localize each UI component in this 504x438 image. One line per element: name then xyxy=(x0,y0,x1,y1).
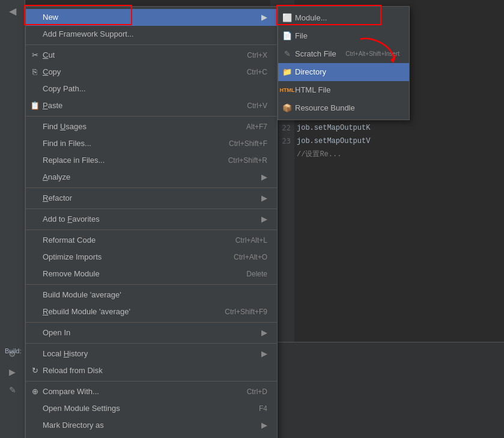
open-in-arrow-icon: ▶ xyxy=(261,326,267,339)
separator-1 xyxy=(26,44,277,45)
scratch-shortcut: Ctrl+Alt+Shift+Insert xyxy=(345,47,399,61)
context-menu: New ▶ Add Framework Support... ✂ Cut Ctr… xyxy=(25,6,278,438)
compare-icon: ⊕ xyxy=(29,385,40,398)
separator-4 xyxy=(26,208,277,209)
menu-label-cut: Cut xyxy=(43,49,55,62)
menu-label-find-usages: Find Usages xyxy=(43,120,87,133)
local-history-arrow-icon: ▶ xyxy=(261,347,267,360)
separator-8 xyxy=(26,343,277,344)
submenu-label-directory: Directory xyxy=(295,65,326,79)
menu-label-remove-bom: Remove BOM xyxy=(43,436,92,438)
submenu-label-html: HTML File xyxy=(295,84,330,97)
scratch-icon: ✎ xyxy=(282,47,293,61)
menu-item-open-in[interactable]: Open In ▶ xyxy=(26,324,277,341)
refactor-arrow-icon: ▶ xyxy=(261,192,267,205)
menu-label-add-favorites: Add to Favorites xyxy=(43,213,100,226)
menu-label-new: New xyxy=(43,11,58,24)
menu-item-refactor[interactable]: Refactor ▶ xyxy=(26,190,277,207)
menu-label-find-in-files: Find in Files... xyxy=(43,137,91,150)
menu-item-reload-from-disk[interactable]: ↻ Reload from Disk xyxy=(26,362,277,379)
submenu-item-module[interactable]: ⬜ Module... xyxy=(278,9,409,27)
menu-label-build-module: Build Module 'average' xyxy=(43,288,121,302)
separator-3 xyxy=(26,187,277,188)
menu-label-optimize-imports: Optimize Imports xyxy=(43,251,102,264)
menu-item-mark-directory[interactable]: Mark Directory as ▶ xyxy=(26,417,277,434)
menu-item-reformat-code[interactable]: Reformat Code Ctrl+Alt+L xyxy=(26,232,277,249)
menu-label-copy: Copy xyxy=(43,65,61,79)
menu-label-refactor: Refactor xyxy=(43,192,72,205)
submenu-label-resource: Resource Bundle xyxy=(295,102,355,115)
submenu-item-resource-bundle[interactable]: 📦 Resource Bundle xyxy=(278,99,409,117)
build-icon-3[interactable]: ✎ xyxy=(5,383,20,397)
cut-shortcut: Ctrl+X xyxy=(247,49,267,62)
build-icon-2[interactable]: ▶ xyxy=(5,365,20,379)
menu-item-copy[interactable]: ⎘ Copy Ctrl+C xyxy=(26,64,277,81)
build-label: Build: xyxy=(5,347,22,354)
menu-item-new[interactable]: New ▶ xyxy=(26,9,277,26)
menu-label-paste: Paste xyxy=(43,99,62,112)
analyze-arrow-icon: ▶ xyxy=(261,171,267,184)
menu-item-build-module[interactable]: Build Module 'average' xyxy=(26,287,277,303)
menu-label-replace-in-files: Replace in Files... xyxy=(43,154,105,167)
add-favorites-arrow-icon: ▶ xyxy=(261,213,267,226)
compare-shortcut: Ctrl+D xyxy=(247,385,267,398)
mark-dir-arrow-icon: ▶ xyxy=(261,419,267,432)
module-icon: ⬜ xyxy=(282,11,293,25)
menu-label-remove-module: Remove Module xyxy=(43,267,100,281)
resource-icon: 📦 xyxy=(282,102,293,115)
left-icon-1[interactable]: ◀ xyxy=(4,2,21,19)
find-usages-shortcut: Alt+F7 xyxy=(246,120,267,133)
submenu-item-scratch-file[interactable]: ✎ Scratch File Ctrl+Alt+Shift+Insert xyxy=(278,45,409,63)
copy-shortcut: Ctrl+C xyxy=(247,65,267,79)
menu-item-find-usages[interactable]: Find Usages Alt+F7 xyxy=(26,118,277,135)
menu-item-find-in-files[interactable]: Find in Files... Ctrl+Shift+F xyxy=(26,135,277,152)
separator-2 xyxy=(26,116,277,117)
menu-item-add-framework[interactable]: Add Framework Support... xyxy=(26,26,277,43)
menu-item-compare-with[interactable]: ⊕ Compare With... Ctrl+D xyxy=(26,383,277,400)
menu-label-rebuild-module: Rebuild Module 'average' xyxy=(43,305,130,318)
build-left-strip: ⚙ ▶ ✎ xyxy=(0,342,25,438)
paste-shortcut: Ctrl+V xyxy=(247,99,267,112)
menu-item-replace-in-files[interactable]: Replace in Files... Ctrl+Shift+R xyxy=(26,152,277,169)
menu-item-paste[interactable]: 📋 Paste Ctrl+V xyxy=(26,97,277,114)
submenu-label-scratch: Scratch File xyxy=(295,47,336,61)
menu-label-copy-path: Copy Path... xyxy=(43,82,86,96)
submenu-item-html-file[interactable]: HTML HTML File xyxy=(278,81,409,99)
menu-item-rebuild-module[interactable]: Rebuild Module 'average' Ctrl+Shift+F9 xyxy=(26,303,277,320)
reload-icon: ↻ xyxy=(29,364,40,377)
menu-item-remove-module[interactable]: Remove Module Delete xyxy=(26,266,277,282)
menu-item-copy-path[interactable]: Copy Path... xyxy=(26,81,277,97)
scissors-icon: ✂ xyxy=(29,49,40,62)
code-line-23: //设置Re... xyxy=(294,148,504,161)
menu-label-reformat-code: Reformat Code xyxy=(43,234,96,247)
menu-item-remove-bom[interactable]: Remove BOM xyxy=(26,434,277,438)
menu-item-cut[interactable]: ✂ Cut Ctrl+X xyxy=(26,47,277,64)
module-settings-shortcut: F4 xyxy=(259,402,267,415)
paste-icon: 📋 xyxy=(29,99,40,112)
menu-label-add-framework: Add Framework Support... xyxy=(43,28,134,41)
menu-label-analyze: Analyze xyxy=(43,171,70,184)
html-icon: HTML xyxy=(282,84,293,97)
replace-shortcut: Ctrl+Shift+R xyxy=(228,154,267,167)
menu-item-local-history[interactable]: Local History ▶ xyxy=(26,345,277,362)
menu-label-open-in: Open In xyxy=(43,326,70,339)
line-num-23: 23 xyxy=(282,135,291,148)
menu-item-analyze[interactable]: Analyze ▶ xyxy=(26,169,277,186)
submenu-label-file: File xyxy=(295,29,308,43)
menu-item-optimize-imports[interactable]: Optimize Imports Ctrl+Alt+O xyxy=(26,249,277,266)
separator-9 xyxy=(26,381,277,382)
copy-icon: ⎘ xyxy=(29,65,40,79)
submenu-item-directory[interactable]: 📁 Directory xyxy=(278,63,409,81)
file-icon: 📄 xyxy=(282,29,293,43)
menu-label-reload-from-disk: Reload from Disk xyxy=(43,364,103,377)
menu-item-add-favorites[interactable]: Add to Favorites ▶ xyxy=(26,211,277,228)
submenu-label-module: Module... xyxy=(295,11,327,25)
menu-label-local-history: Local History xyxy=(43,347,88,360)
reformat-shortcut: Ctrl+Alt+L xyxy=(235,234,267,247)
submenu-item-file[interactable]: 📄 File xyxy=(278,27,409,45)
directory-icon: 📁 xyxy=(282,65,293,79)
submenu-new: ⬜ Module... 📄 File ✎ Scratch File Ctrl+A… xyxy=(278,6,410,120)
menu-item-open-module-settings[interactable]: Open Module Settings F4 xyxy=(26,400,277,417)
code-line-21: job.setMapOutputK xyxy=(294,121,504,135)
menu-label-compare-with: Compare With... xyxy=(43,385,99,398)
